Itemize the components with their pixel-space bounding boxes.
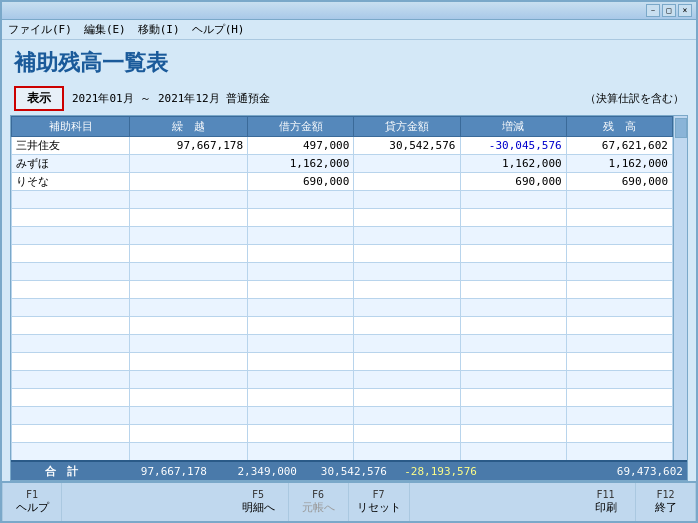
table-row[interactable] xyxy=(12,191,673,209)
table-cell xyxy=(460,371,566,389)
table-cell xyxy=(354,317,460,335)
table-cell xyxy=(354,155,460,173)
table-cell xyxy=(248,317,354,335)
table-cell: 497,000 xyxy=(248,137,354,155)
header-credit: 借方金額 xyxy=(248,117,354,137)
table-cell: 30,542,576 xyxy=(354,137,460,155)
page-title: 補助残高一覧表 xyxy=(2,40,696,82)
table-cell xyxy=(354,335,460,353)
table-cell xyxy=(130,371,248,389)
main-window: － □ × ファイル(F) 編集(E) 移動(I) ヘルプ(H) 補助残高一覧表… xyxy=(0,0,698,523)
table-cell xyxy=(12,245,130,263)
menu-help[interactable]: ヘルプ(H) xyxy=(192,22,245,37)
table-cell xyxy=(248,389,354,407)
table-cell xyxy=(130,191,248,209)
fn-f1[interactable]: F1 ヘルプ xyxy=(2,483,62,521)
table-row[interactable] xyxy=(12,281,673,299)
table-cell: 690,000 xyxy=(566,173,672,191)
table-row[interactable] xyxy=(12,425,673,443)
table-cell xyxy=(460,335,566,353)
table-cell: 97,667,178 xyxy=(130,137,248,155)
table-cell xyxy=(460,227,566,245)
menu-edit[interactable]: 編集(E) xyxy=(84,22,126,37)
table-cell xyxy=(12,371,130,389)
table-cell xyxy=(12,353,130,371)
table-row[interactable] xyxy=(12,335,673,353)
table-cell xyxy=(566,353,672,371)
table-row[interactable] xyxy=(12,263,673,281)
table-cell xyxy=(354,263,460,281)
table-row[interactable] xyxy=(12,209,673,227)
table-cell xyxy=(566,443,672,461)
table-row[interactable] xyxy=(12,245,673,263)
table-cell xyxy=(248,281,354,299)
table-row[interactable] xyxy=(12,443,673,461)
fn-f12[interactable]: F12 終了 xyxy=(636,483,696,521)
header-change: 増減 xyxy=(460,117,566,137)
table-row[interactable] xyxy=(12,317,673,335)
total-balance: 69,473,602 xyxy=(481,464,687,479)
table-cell xyxy=(248,227,354,245)
table-row[interactable] xyxy=(12,407,673,425)
total-credit: 2,349,000 xyxy=(211,464,301,479)
toolbar: 表示 2021年01月 ～ 2021年12月 普通預金 （決算仕訳を含む） xyxy=(2,82,696,115)
table-cell xyxy=(354,245,460,263)
table-cell xyxy=(130,173,248,191)
table-cell xyxy=(460,299,566,317)
table-cell xyxy=(130,245,248,263)
table-cell xyxy=(248,245,354,263)
table-cell xyxy=(130,425,248,443)
total-carry: 97,667,178 xyxy=(111,464,211,479)
table-cell: 690,000 xyxy=(460,173,566,191)
maximize-button[interactable]: □ xyxy=(662,4,676,17)
table-cell xyxy=(566,371,672,389)
table-row[interactable] xyxy=(12,389,673,407)
fn-f6[interactable]: F6 元帳へ xyxy=(289,483,349,521)
fn-f11-label: 印刷 xyxy=(595,500,617,515)
table-cell xyxy=(248,191,354,209)
fn-f5[interactable]: F5 明細へ xyxy=(229,483,289,521)
close-button[interactable]: × xyxy=(678,4,692,17)
table-row[interactable] xyxy=(12,353,673,371)
table-cell xyxy=(12,209,130,227)
title-bar-buttons: － □ × xyxy=(646,4,692,17)
table-cell xyxy=(130,227,248,245)
table-cell xyxy=(460,281,566,299)
table-row[interactable] xyxy=(12,299,673,317)
table-cell xyxy=(130,389,248,407)
table-cell xyxy=(566,299,672,317)
table-cell xyxy=(354,425,460,443)
table-cell: 1,162,000 xyxy=(460,155,566,173)
scroll-thumb[interactable] xyxy=(675,118,687,138)
fn-f12-label: 終了 xyxy=(655,500,677,515)
table-row[interactable]: 三井住友97,667,178497,00030,542,576-30,045,5… xyxy=(12,137,673,155)
total-change: -28,193,576 xyxy=(391,464,481,479)
table-cell xyxy=(12,299,130,317)
menu-file[interactable]: ファイル(F) xyxy=(8,22,72,37)
title-bar: － □ × xyxy=(2,2,696,20)
table-cell xyxy=(130,281,248,299)
header-name: 補助科目 xyxy=(12,117,130,137)
function-bar: F1 ヘルプ F5 明細へ F6 元帳へ F7 リセット F11 印刷 F12 … xyxy=(2,481,696,521)
table-row[interactable] xyxy=(12,227,673,245)
table-cell xyxy=(566,317,672,335)
table-cell xyxy=(460,317,566,335)
table-cell xyxy=(354,371,460,389)
table-cell xyxy=(248,443,354,461)
table-cell xyxy=(566,245,672,263)
table-cell xyxy=(12,191,130,209)
minimize-button[interactable]: － xyxy=(646,4,660,17)
fn-f7[interactable]: F7 リセット xyxy=(349,483,410,521)
table-cell xyxy=(460,353,566,371)
table-cell: 三井住友 xyxy=(12,137,130,155)
table-row[interactable] xyxy=(12,371,673,389)
scrollbar[interactable] xyxy=(673,116,687,460)
table-cell xyxy=(130,407,248,425)
menu-move[interactable]: 移動(I) xyxy=(138,22,180,37)
table-cell xyxy=(460,425,566,443)
hyoji-button[interactable]: 表示 xyxy=(14,86,64,111)
table-cell xyxy=(12,389,130,407)
table-row[interactable]: みずほ1,162,0001,162,0001,162,000 xyxy=(12,155,673,173)
table-row[interactable]: りそな690,000690,000690,000 xyxy=(12,173,673,191)
fn-f11[interactable]: F11 印刷 xyxy=(576,483,636,521)
